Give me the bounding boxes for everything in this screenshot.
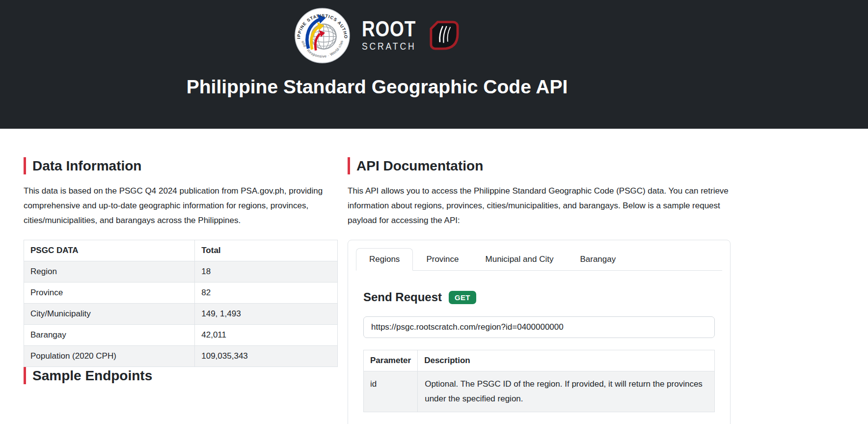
api-documentation-description: This API allows you to access the Philip… bbox=[348, 184, 731, 228]
hero-header: PHILIPPINE STATISTICS AUTHORITY Solid · … bbox=[0, 0, 868, 129]
page-title: Philippine Standard Geographic Code API bbox=[187, 76, 568, 99]
root-scratch-logo: ROOT SCRATCH bbox=[362, 19, 460, 53]
request-url-input[interactable] bbox=[363, 316, 715, 338]
description-cell: Optional. The PSGC ID of the region. If … bbox=[418, 371, 715, 412]
get-method-badge: GET bbox=[449, 291, 476, 304]
tab-province[interactable]: Province bbox=[413, 248, 472, 271]
data-information-section: Data Information This data is based on t… bbox=[24, 157, 338, 424]
column-header-psgc-data: PSGC DATA bbox=[24, 240, 195, 261]
level-cell: Region bbox=[24, 261, 195, 283]
api-documentation-heading: API Documentation bbox=[348, 157, 731, 174]
total-cell: 149, 1,493 bbox=[195, 304, 338, 325]
level-cell: Province bbox=[24, 283, 195, 304]
level-cell: City/Municipality bbox=[24, 304, 195, 325]
page: PHILIPPINE STATISTICS AUTHORITY Solid · … bbox=[0, 0, 868, 424]
api-documentation-section: API Documentation This API allows you to… bbox=[348, 157, 731, 424]
column-header-description: Description bbox=[418, 350, 715, 371]
data-information-description: This data is based on the PSGC Q4 2024 p… bbox=[24, 184, 323, 228]
tab-barangay[interactable]: Barangay bbox=[567, 248, 629, 271]
total-cell: 109,035,343 bbox=[195, 346, 338, 367]
psa-seal-icon: PHILIPPINE STATISTICS AUTHORITY Solid · … bbox=[295, 8, 350, 63]
logo-row: PHILIPPINE STATISTICS AUTHORITY Solid · … bbox=[295, 7, 460, 64]
data-information-heading: Data Information bbox=[24, 157, 338, 174]
total-cell: 42,011 bbox=[195, 325, 338, 346]
table-row: id Optional. The PSGC ID of the region. … bbox=[364, 371, 715, 412]
table-row: City/Municipality 149, 1,493 bbox=[24, 304, 338, 325]
brand-name-top: ROOT bbox=[362, 19, 416, 39]
hero-inner: PHILIPPINE STATISTICS AUTHORITY Solid · … bbox=[0, 0, 754, 129]
api-docs-tabs: Regions Province Municipal and City Bara… bbox=[356, 248, 722, 271]
level-cell: Population (2020 CPH) bbox=[24, 346, 195, 367]
level-cell: Barangay bbox=[24, 325, 195, 346]
root-scratch-wordmark: ROOT SCRATCH bbox=[362, 19, 426, 53]
total-cell: 18 bbox=[195, 261, 338, 283]
api-request-card: Regions Province Municipal and City Bara… bbox=[348, 240, 731, 424]
table-row: Region 18 bbox=[24, 261, 338, 283]
brand-name-bottom: SCRATCH bbox=[362, 40, 416, 52]
parameters-table: Parameter Description id Optional. The P… bbox=[363, 350, 715, 412]
column-header-parameter: Parameter bbox=[364, 350, 418, 371]
tab-regions[interactable]: Regions bbox=[356, 248, 413, 271]
table-row: Barangay 42,011 bbox=[24, 325, 338, 346]
table-header-row: Parameter Description bbox=[364, 350, 715, 371]
claw-shield-icon bbox=[429, 20, 460, 51]
tab-content-regions: Send Request GET Parameter Description bbox=[356, 271, 722, 412]
table-header-row: PSGC DATA Total bbox=[24, 240, 338, 261]
parameter-cell: id bbox=[364, 371, 418, 412]
table-row: Population (2020 CPH) 109,035,343 bbox=[24, 346, 338, 367]
column-header-total: Total bbox=[195, 240, 338, 261]
table-row: Province 82 bbox=[24, 283, 338, 304]
sample-endpoints-heading: Sample Endpoints bbox=[24, 367, 338, 384]
tab-municipal-and-city[interactable]: Municipal and City bbox=[472, 248, 567, 271]
total-cell: 82 bbox=[195, 283, 338, 304]
send-request-row: Send Request GET bbox=[363, 290, 715, 305]
psgc-data-table: PSGC DATA Total Region 18 Province 82 Ci… bbox=[24, 240, 338, 367]
main-content: Data Information This data is based on t… bbox=[0, 157, 754, 424]
send-request-heading: Send Request bbox=[363, 290, 442, 305]
